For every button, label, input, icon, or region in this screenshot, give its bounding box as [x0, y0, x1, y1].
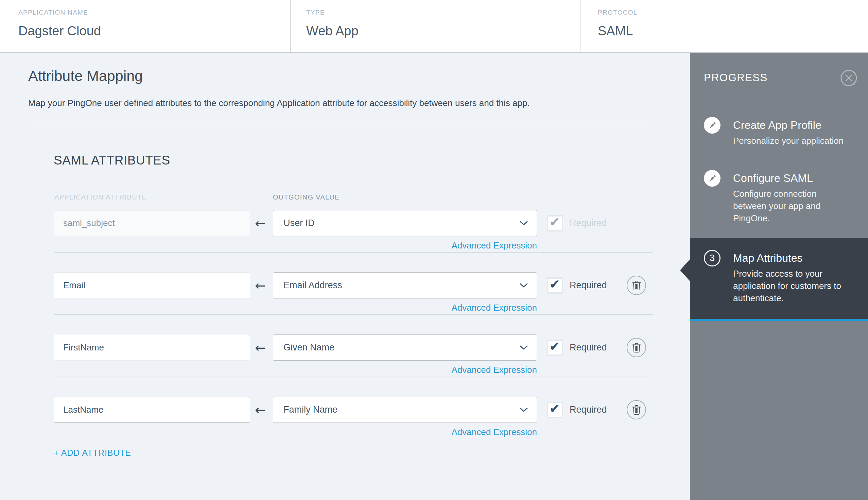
application-attribute-input[interactable] [54, 335, 250, 360]
application-name-label: APPLICATION NAME [18, 9, 290, 16]
chevron-down-icon [519, 408, 528, 412]
application-name-column: APPLICATION NAME Dagster Cloud [0, 0, 290, 52]
attribute-row: ← User ID Advanced Expression ✔ Required [0, 211, 690, 273]
left-arrow-icon: ← [253, 216, 268, 231]
required-label: Required [570, 405, 607, 415]
left-arrow-icon: ← [253, 278, 268, 293]
application-attribute-input[interactable] [54, 273, 250, 298]
step-title: Map Attributes [733, 250, 848, 266]
checkmark-icon: ✔ [549, 277, 560, 292]
step-text: Configure SAML Configure connection betw… [733, 170, 848, 224]
outgoing-value-select[interactable]: Email Address [273, 272, 537, 298]
advanced-expression-link[interactable]: Advanced Expression [273, 303, 537, 313]
protocol-column: PROTOCOL SAML [581, 0, 868, 52]
delete-attribute-button[interactable] [627, 276, 646, 295]
progress-title: PROGRESS [704, 72, 768, 84]
outgoing-value-select[interactable]: Given Name [273, 334, 537, 361]
attribute-rows: ← User ID Advanced Expression ✔ Required [0, 211, 690, 459]
checkmark-icon: ✔ [549, 401, 560, 416]
page-title: Attribute Mapping [28, 68, 143, 84]
chevron-down-icon [519, 221, 528, 226]
advanced-expression-link[interactable]: Advanced Expression [273, 240, 537, 251]
step-description: Provide access to your application for c… [733, 268, 848, 304]
row-divider [54, 377, 653, 377]
required-checkbox[interactable]: ✔ [547, 277, 563, 294]
checkmark-icon: ✔ [549, 215, 560, 229]
type-value: Web App [306, 24, 580, 38]
application-attribute-column-header: APPLICATION ATTRIBUTE [54, 193, 147, 201]
progress-step-map-attributes-active[interactable]: 3 Map Attributes Provide access to your … [690, 238, 868, 321]
step-description: Configure connection between your app an… [733, 188, 848, 224]
type-column: TYPE Web App [290, 0, 581, 52]
required-label: Required [570, 342, 607, 353]
required-label: Required [570, 218, 607, 228]
chevron-down-icon [519, 345, 528, 350]
outgoing-value-text: Given Name [273, 342, 334, 353]
outgoing-value-text: Family Name [273, 405, 338, 415]
trash-icon [632, 281, 641, 291]
outgoing-value-text: User ID [273, 218, 315, 228]
app-summary-header: APPLICATION NAME Dagster Cloud TYPE Web … [0, 0, 868, 53]
application-name-value: Dagster Cloud [18, 24, 290, 38]
protocol-label: PROTOCOL [598, 9, 868, 16]
progress-sidebar: PROGRESS Create App Profile Personalize … [690, 53, 868, 500]
application-attribute-input[interactable] [54, 211, 250, 236]
step-text: Map Attributes Provide access to your ap… [733, 250, 848, 319]
step-title: Configure SAML [733, 170, 848, 186]
pencil-icon [704, 170, 720, 186]
required-checkbox[interactable]: ✔ [547, 340, 563, 356]
outgoing-value-select[interactable]: User ID [273, 210, 537, 236]
step-number-badge: 3 [704, 250, 720, 266]
protocol-value: SAML [598, 24, 868, 38]
divider [28, 124, 653, 124]
required-checkbox[interactable]: ✔ [547, 215, 563, 231]
required-checkbox[interactable]: ✔ [547, 402, 563, 418]
outgoing-value-select[interactable]: Family Name [273, 397, 537, 423]
outgoing-value-text: Email Address [273, 280, 342, 291]
step-title: Create App Profile [733, 117, 844, 134]
pencil-icon [704, 117, 720, 134]
left-arrow-icon: ← [253, 402, 268, 417]
close-icon[interactable] [841, 70, 857, 86]
type-label: TYPE [306, 9, 580, 16]
attribute-row: ← Email Address Advanced Expression ✔ Re… [0, 273, 690, 335]
progress-step-configure-saml[interactable]: Configure SAML Configure connection betw… [690, 170, 868, 224]
saml-attributes-section-title: SAML ATTRIBUTES [54, 153, 170, 168]
chevron-down-icon [519, 283, 528, 288]
delete-attribute-button[interactable] [627, 400, 646, 419]
application-attribute-input[interactable] [54, 397, 250, 422]
row-divider [54, 252, 653, 252]
step-text: Create App Profile Personalize your appl… [733, 117, 844, 147]
left-arrow-icon: ← [253, 340, 268, 355]
trash-icon [632, 405, 641, 415]
step-description: Personalize your application [733, 135, 844, 147]
delete-attribute-button[interactable] [627, 338, 646, 357]
app-window: APPLICATION NAME Dagster Cloud TYPE Web … [0, 0, 868, 500]
page-description: Map your PingOne user defined attributes… [28, 98, 530, 109]
row-divider [54, 315, 653, 315]
checkmark-icon: ✔ [549, 339, 560, 354]
advanced-expression-link[interactable]: Advanced Expression [273, 427, 537, 438]
progress-step-create-app-profile[interactable]: Create App Profile Personalize your appl… [690, 117, 868, 147]
required-label: Required [570, 280, 607, 291]
attribute-row: ← Given Name Advanced Expression ✔ Requi… [0, 335, 690, 397]
advanced-expression-link[interactable]: Advanced Expression [273, 365, 537, 375]
trash-icon [632, 343, 641, 353]
add-attribute-button[interactable]: + ADD ATTRIBUTE [54, 448, 131, 458]
outgoing-value-column-header: OUTGOING VALUE [273, 193, 340, 201]
